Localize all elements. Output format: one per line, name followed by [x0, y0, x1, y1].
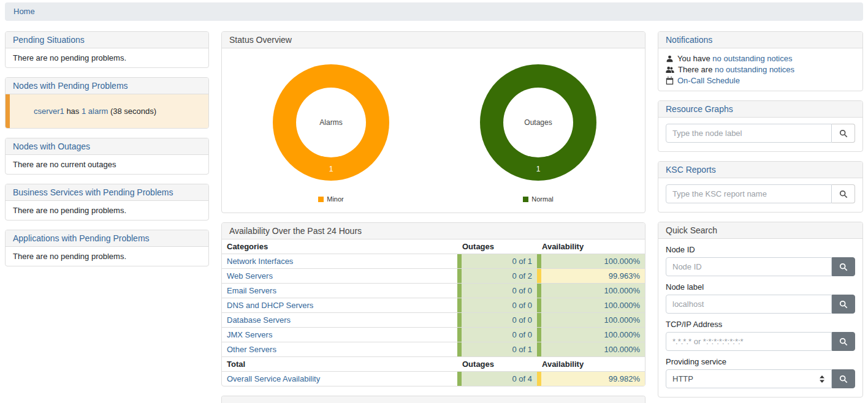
- list-item: You have no outstanding notices: [666, 53, 855, 64]
- status-overview-body: Alarms 1 Minor Outages 1 Normal: [222, 48, 645, 213]
- outages-cell: 0 of 2: [457, 269, 537, 284]
- outages-donut-value: 1: [480, 165, 596, 173]
- nodes-pending-problems-header: Nodes with Pending Problems: [6, 78, 208, 94]
- search-icon: [839, 190, 848, 198]
- applications-header: Applications with Pending Problems: [6, 230, 208, 247]
- availability-cell: 100.000%: [537, 284, 645, 298]
- pending-situations-header: Pending Situations: [6, 32, 208, 48]
- providing-service-search-button[interactable]: [832, 369, 855, 388]
- resource-graphs-panel: Resource Graphs: [658, 100, 863, 152]
- meter-bar: [537, 342, 541, 356]
- node-label-input[interactable]: [666, 295, 832, 314]
- overall-availability-link[interactable]: Overall Service Availability: [227, 374, 320, 383]
- meter-bar: [537, 254, 541, 268]
- list-item: On-Call Schedule: [666, 75, 855, 86]
- outstanding-notices-link[interactable]: no outstanding notices: [715, 65, 794, 74]
- minor-legend-swatch: [318, 197, 324, 202]
- category-link[interactable]: Network Interfaces: [227, 257, 293, 266]
- search-icon: [839, 263, 848, 271]
- left-column: Pending Situations There are no pending …: [5, 31, 209, 276]
- applications-panel: Applications with Pending Problems There…: [5, 230, 209, 266]
- resource-graphs-title-link[interactable]: Resource Graphs: [666, 104, 733, 114]
- node-link[interactable]: cserver1: [34, 107, 64, 116]
- outstanding-notices-link[interactable]: no outstanding notices: [712, 54, 792, 63]
- nodes-outages-title-link[interactable]: Nodes with Outages: [13, 141, 90, 151]
- applications-title-link[interactable]: Applications with Pending Problems: [13, 233, 150, 243]
- availability-cell: 99.963%: [537, 269, 645, 284]
- outages-legend: Normal: [480, 195, 596, 203]
- availability-header: Availability Over the Past 24 Hours: [222, 223, 645, 239]
- availability-cell: 100.000%: [537, 328, 645, 342]
- col-header-outages: Outages: [457, 239, 537, 254]
- alarm-duration-text: (38 seconds): [108, 107, 156, 116]
- category-link[interactable]: DNS and DHCP Servers: [227, 301, 313, 310]
- providing-service-value: HTTP: [672, 374, 693, 383]
- meter-bar: [457, 328, 462, 342]
- availability-cell: 100.000%: [537, 254, 645, 269]
- alarms-donut-label: Alarms: [273, 64, 389, 181]
- resource-graphs-search-input[interactable]: [666, 124, 832, 143]
- category-link[interactable]: Web Servers: [227, 271, 273, 281]
- meter-bar: [537, 313, 541, 327]
- category-link[interactable]: Database Servers: [227, 315, 291, 325]
- nodes-outages-panel: Nodes with Outages There are no current …: [5, 138, 209, 175]
- ksc-reports-search-button[interactable]: [832, 184, 855, 203]
- availability-table: Categories Outages Availability Network …: [222, 239, 645, 386]
- breadcrumb-home-link[interactable]: Home: [13, 7, 35, 16]
- ksc-reports-header: KSC Reports: [658, 162, 862, 178]
- quick-search-body: Node ID Node label TCP/IP Address: [658, 239, 862, 397]
- meter-bar: [457, 298, 462, 312]
- table-row: JMX Servers 0 of 0 100.000%: [222, 328, 645, 342]
- table-row: Other Servers 0 of 1 100.000%: [222, 342, 645, 357]
- search-icon: [839, 300, 848, 309]
- availability-cell: 100.000%: [537, 313, 645, 328]
- ksc-reports-panel: KSC Reports: [658, 161, 863, 213]
- node-id-input[interactable]: [666, 257, 832, 276]
- resource-graphs-body: [658, 118, 862, 151]
- nodes-pending-problems-title-link[interactable]: Nodes with Pending Problems: [13, 81, 128, 91]
- meter-bar: [537, 284, 541, 298]
- status-overview-panel: Status Overview Alarms 1 Minor Outages 1…: [221, 31, 645, 213]
- node-label-search-button[interactable]: [832, 295, 855, 314]
- providing-service-select[interactable]: HTTP: [666, 369, 832, 388]
- center-column: Status Overview Alarms 1 Minor Outages 1…: [221, 31, 645, 403]
- meter-bar: [457, 284, 462, 298]
- ip-address-input[interactable]: [666, 332, 832, 351]
- nodes-pending-problems-panel: Nodes with Pending Problems cserver1 has…: [5, 77, 209, 129]
- node-id-search-button[interactable]: [832, 257, 855, 276]
- notifications-title-link[interactable]: Notifications: [666, 35, 712, 45]
- category-link[interactable]: JMX Servers: [227, 330, 272, 339]
- outages-donut-chart[interactable]: Outages 1: [480, 64, 596, 181]
- category-link[interactable]: Email Servers: [227, 286, 276, 295]
- pending-situations-title-link[interactable]: Pending Situations: [13, 35, 85, 45]
- notifications-panel: Notifications You have no outstanding no…: [658, 31, 863, 91]
- meter-bar: [457, 254, 462, 268]
- alarm-count-link[interactable]: 1 alarm: [82, 107, 108, 116]
- col-header-availability: Availability: [537, 239, 645, 254]
- search-icon: [839, 375, 848, 383]
- node-id-label: Node ID: [666, 245, 855, 254]
- ip-address-label: TCP/IP Address: [666, 320, 855, 329]
- users-icon: [666, 66, 674, 73]
- ksc-reports-title-link[interactable]: KSC Reports: [666, 165, 716, 175]
- alarms-donut-chart[interactable]: Alarms 1: [273, 64, 389, 181]
- applications-empty-text: There are no pending problems.: [6, 247, 208, 266]
- category-link[interactable]: Other Servers: [227, 345, 276, 354]
- on-call-schedule-link[interactable]: On-Call Schedule: [677, 75, 740, 86]
- quick-search-panel: Quick Search Node ID Node label TCP/IP: [658, 222, 863, 397]
- ip-address-search-button[interactable]: [832, 332, 855, 351]
- providing-service-label: Providing service: [666, 357, 855, 366]
- ksc-reports-search-input[interactable]: [666, 184, 832, 203]
- availability-panel: Availability Over the Past 24 Hours Cate…: [221, 222, 645, 386]
- total-label: Total: [222, 357, 457, 372]
- pending-situations-panel: Pending Situations There are no pending …: [5, 31, 209, 68]
- list-item: There are no outstanding notices: [666, 64, 855, 75]
- status-overview-header: Status Overview: [222, 32, 645, 48]
- partial-panel-header: [222, 396, 645, 403]
- outages-cell: 0 of 0: [457, 328, 537, 342]
- notifications-header: Notifications: [658, 32, 862, 48]
- notifications-body: You have no outstanding notices There ar…: [658, 48, 862, 91]
- resource-graphs-search-button[interactable]: [832, 124, 855, 143]
- business-services-title-link[interactable]: Business Services with Pending Problems: [13, 187, 173, 197]
- normal-legend-swatch: [523, 197, 528, 202]
